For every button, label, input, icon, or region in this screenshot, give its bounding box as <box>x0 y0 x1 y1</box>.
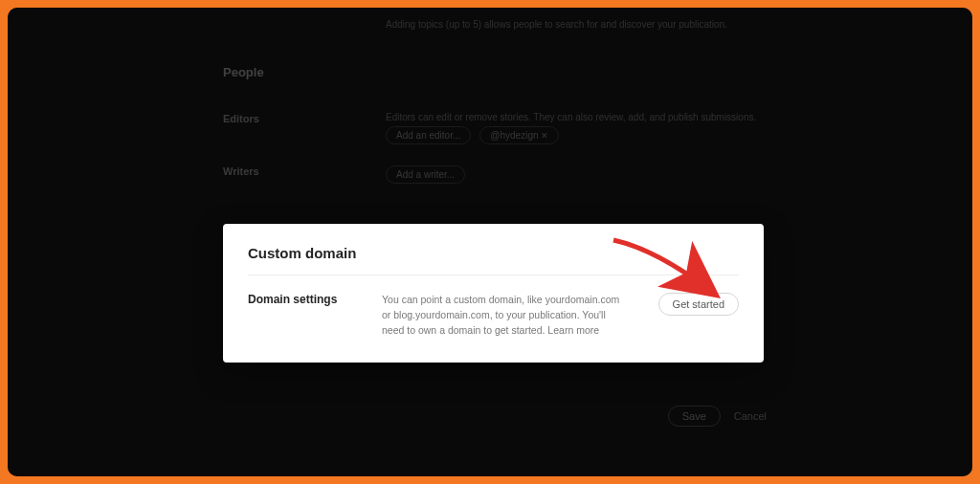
domain-settings-label: Domain settings <box>248 293 363 306</box>
modal-title: Custom domain <box>248 245 739 275</box>
get-started-button[interactable]: Get started <box>658 293 739 316</box>
domain-settings-description: You can point a custom domain, like your… <box>382 293 639 338</box>
custom-domain-modal: Custom domain Domain settings You can po… <box>223 224 764 363</box>
